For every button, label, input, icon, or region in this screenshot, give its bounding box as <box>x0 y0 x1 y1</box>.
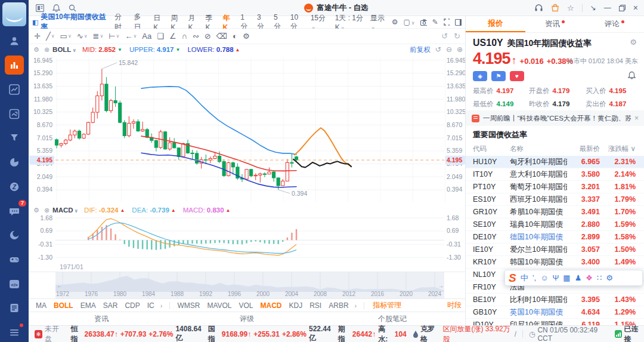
macd-name[interactable]: MACD∨ <box>52 207 78 214</box>
rewards-star-icon[interactable]: ☆ <box>567 4 574 13</box>
draw-pencil-icon[interactable]: ✎ <box>432 18 438 26</box>
main-candlestick-chart[interactable]: 16.94516.94515.29015.29013.63513.63511.9… <box>29 55 465 206</box>
close-button[interactable]: × <box>633 3 638 13</box>
ime-settings-icon[interactable]: ⚙ <box>606 273 613 282</box>
panel-tab-资讯[interactable]: 资讯 <box>525 16 585 32</box>
emoji-icon[interactable]: ☺ <box>540 273 548 282</box>
bond-row-BE10Y[interactable]: BE10Y比利时10年期国债3.3951.43% <box>466 294 644 306</box>
sidebar-item-analysis[interactable] <box>5 153 24 172</box>
toolbox-icon[interactable]: ∷ <box>597 273 602 282</box>
bond-row-GB10Y[interactable]: GB10Y英国10年期国债4.6341.29% <box>466 306 644 319</box>
keyboard-icon[interactable]: ▦ <box>563 273 570 282</box>
panel-tab-评论[interactable]: 评论 <box>584 16 644 32</box>
hscei-quote[interactable]: 国指9168.99↑+255.31+2.86%522.44亿 <box>208 324 332 342</box>
undo-icon[interactable]: ↺ <box>441 32 448 41</box>
magnet-tool[interactable]: ∩ <box>182 32 187 41</box>
sidebar-item-games[interactable] <box>5 250 24 269</box>
stock-alert[interactable]: 克罗格区间放量(涨) 33.92万股/ <box>413 324 516 342</box>
col-code[interactable]: 代码 <box>473 144 487 153</box>
redo-icon[interactable]: ↻ <box>454 32 460 41</box>
favorite-heart-icon[interactable]: ♥ <box>510 71 524 81</box>
col-name[interactable]: 名称 <box>510 144 524 153</box>
layout-icon[interactable] <box>36 4 44 12</box>
indicator-tab-WMSR[interactable]: WMSR <box>177 301 200 310</box>
price-tag-icon[interactable]: ◈ <box>473 71 487 81</box>
indicator-close-icon[interactable]: ⊗ <box>44 207 49 214</box>
bottom-tab-个股笔记[interactable]: 个股笔记 <box>320 314 465 324</box>
minimize-button[interactable]: — <box>604 4 611 12</box>
search-icon[interactable] <box>69 4 76 12</box>
col-pct-sort[interactable]: 涨跌幅 ∨ <box>608 144 636 153</box>
indicator-settings-icon[interactable]: ⚙ <box>33 46 39 54</box>
bond-row-IE10Y[interactable]: IE10Y爱尔兰10年期国债3.0571.50% <box>466 244 644 256</box>
boll-name[interactable]: BOLL∨ <box>52 46 76 53</box>
indicator-tab-MA[interactable]: MA <box>36 301 47 310</box>
bond-row-KR10Y[interactable]: KR10Y韩国10年期国债3.4001.49% <box>466 256 644 269</box>
lang-icon[interactable]: 中 <box>521 273 528 284</box>
right-panel-toggle-icon[interactable] <box>455 19 462 26</box>
sidebar-item-trade[interactable] <box>5 104 24 124</box>
mini-mode-button[interactable]: ↘ <box>590 4 596 12</box>
sidebar-item-markets[interactable] <box>5 80 24 99</box>
bond-row-PT10Y[interactable]: PT10Y葡萄牙10年期国债3.2011.81% <box>466 181 644 193</box>
shopping-bag-icon[interactable] <box>551 4 559 12</box>
session-link[interactable]: 时段 <box>447 300 462 310</box>
timeline-navigator[interactable]: 1972197619801984198819921996200020042008… <box>29 272 465 298</box>
bond-row-ES10Y[interactable]: ES10Y西班牙10年期国债3.3371.79% <box>466 193 644 206</box>
measure-tool[interactable]: ⊢∨ <box>109 32 119 41</box>
sidebar-item-quotes[interactable] <box>5 56 24 75</box>
reset-zoom-icon[interactable]: ↺ <box>435 45 441 54</box>
draw-settings[interactable]: ⚙ <box>243 32 250 41</box>
news-close-icon[interactable]: × <box>634 114 639 122</box>
text-tool[interactable]: Aa <box>142 32 151 41</box>
sidebar-item-screener[interactable] <box>5 129 24 148</box>
wave-tool[interactable]: ∿∨ <box>77 32 88 41</box>
sidebar-item-more-menu[interactable] <box>5 323 24 342</box>
adjust-mode-link[interactable]: 前复权 <box>410 45 431 54</box>
continuous-tool[interactable]: ∾ <box>193 32 199 41</box>
indicator-tab-SAR[interactable]: SAR <box>103 301 118 310</box>
chevron-right-icon[interactable]: › <box>160 302 163 309</box>
bond-row-SE10Y[interactable]: SE10Y瑞典10年期国债2.8801.59% <box>466 218 644 231</box>
sidebar-item-news[interactable] <box>5 299 24 318</box>
mirror-tool[interactable]: ◐ <box>233 32 237 41</box>
indicator-tab-BOLL[interactable]: BOLL <box>54 301 73 310</box>
move-tool[interactable]: ✛ <box>34 32 41 41</box>
skin-icon[interactable]: ❖ <box>586 273 593 282</box>
bond-row-GR10Y[interactable]: GR10Y希腊10年期国债3.4911.70% <box>466 206 644 218</box>
trendline-tool[interactable]: ╱∨ <box>46 32 55 41</box>
quote-settings-icon[interactable]: ⚙ <box>630 38 637 47</box>
panel-tab-报价[interactable]: 报价 <box>466 16 525 32</box>
indicator-tab-MAVOL[interactable]: MAVOL <box>207 301 231 310</box>
hide-tool[interactable]: ⊘ <box>205 32 211 41</box>
punct-icon[interactable]: ’, <box>532 273 537 282</box>
chevron-right-icon[interactable]: › <box>355 302 357 309</box>
screenshot-camera-icon[interactable] <box>420 19 427 26</box>
indicator-tab-VOL[interactable]: VOL <box>239 301 253 310</box>
chart-style-dropdown[interactable]: ▢∨ <box>404 18 415 26</box>
indicator-tab-EMA[interactable]: EMA <box>80 301 96 310</box>
note-tool[interactable]: ❑ <box>157 32 164 41</box>
shape-tool[interactable]: ▭∨ <box>60 32 72 41</box>
chart-settings-icon[interactable]: ⚙ <box>392 18 398 26</box>
alert-bell-icon[interactable] <box>628 71 636 79</box>
bond-row-DE10Y[interactable]: DE10Y德国10年期国债2.8991.58% <box>466 231 644 244</box>
futures-quote[interactable]: 期指26442↑高水:104 <box>338 324 407 342</box>
headset-icon[interactable] <box>534 4 543 12</box>
sidebar-item-messages[interactable]: 7 <box>5 202 24 221</box>
sidebar-item-night-mode[interactable] <box>5 226 24 245</box>
bottom-tab-评级[interactable]: 评级 <box>174 314 320 324</box>
indicator-tab-KDJ[interactable]: KDJ <box>289 301 303 310</box>
delete-tool[interactable]: ⌫ <box>216 32 227 41</box>
bond-row-IT10Y[interactable]: IT10Y意大利10年期国债3.5802.14% <box>466 168 644 181</box>
indicator-close-icon[interactable]: ⊗ <box>44 46 49 54</box>
voice-icon[interactable]: Ψ <box>552 273 559 282</box>
restore-button[interactable] <box>619 5 626 11</box>
indicator-settings-icon[interactable]: ⚙ <box>33 207 39 214</box>
indicator-tab-ARBR[interactable]: ARBR <box>329 301 348 310</box>
sidebar-item-community[interactable]: Z <box>5 177 24 196</box>
indicator-tab-IC[interactable]: IC <box>147 301 154 310</box>
indicator-manage-link[interactable]: 指标管理 <box>373 300 401 310</box>
zoom-in-icon[interactable]: ⊕ <box>457 45 463 54</box>
sogou-ime-bar[interactable]: S中’,☺Ψ▦♟❖∷⚙ <box>504 270 643 286</box>
